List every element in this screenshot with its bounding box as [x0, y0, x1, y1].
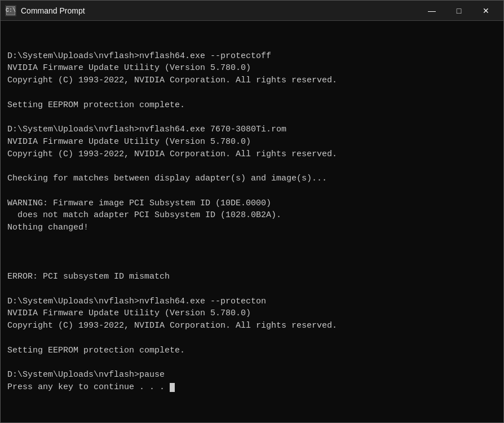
terminal-line: D:\System\Uploads\nvflash>nvflash64.exe …	[7, 50, 497, 63]
terminal-line: D:\System\Uploads\nvflash>nvflash64.exe …	[7, 124, 497, 136]
terminal-line	[7, 185, 497, 197]
terminal-line: NVIDIA Firmware Update Utility (Version …	[7, 62, 497, 74]
terminal-line	[7, 258, 497, 271]
terminal-line: Copyright (C) 1993-2022, NVIDIA Corporat…	[7, 320, 497, 332]
terminal-line: WARNING: Firmware image PCI Subsystem ID…	[7, 197, 497, 210]
terminal-line	[7, 283, 497, 296]
terminal-line: Copyright (C) 1993-2022, NVIDIA Corporat…	[7, 74, 497, 87]
terminal-line: Press any key to continue . . .	[7, 381, 497, 394]
terminal-line	[7, 160, 497, 173]
title-bar: C:\ Command Prompt — □ ✕	[1, 1, 503, 21]
terminal-line: Setting EEPROM protection complete.	[7, 99, 497, 112]
minimize-button[interactable]: —	[419, 2, 445, 20]
terminal-line	[7, 111, 497, 124]
command-prompt-window: C:\ Command Prompt — □ ✕ D:\System\Uploa…	[0, 0, 504, 423]
maximize-button[interactable]: □	[446, 2, 472, 20]
terminal-line: ERROR: PCI subsystem ID mismatch	[7, 271, 497, 283]
window-controls: — □ ✕	[419, 2, 499, 20]
app-icon: C:\	[5, 5, 16, 16]
terminal-line: Setting EEPROM protection complete.	[7, 345, 497, 357]
terminal-line: NVIDIA Firmware Update Utility (Version …	[7, 136, 497, 148]
terminal-line	[7, 246, 497, 259]
terminal-line: NVIDIA Firmware Update Utility (Version …	[7, 307, 497, 320]
terminal-line: D:\System\Uploads\nvflash>nvflash64.exe …	[7, 296, 497, 308]
terminal-line	[7, 234, 497, 246]
terminal-line: does not match adapter PCI Subsystem ID …	[7, 209, 497, 222]
terminal-line	[7, 87, 497, 99]
terminal-line	[7, 356, 497, 369]
terminal-line: Checking for matches between display ada…	[7, 173, 497, 185]
terminal-line: D:\System\Uploads\nvflash>pause	[7, 369, 497, 381]
terminal-line: Nothing changed!	[7, 222, 497, 234]
app-icon-inner: C:\	[6, 6, 15, 15]
terminal-output[interactable]: D:\System\Uploads\nvflash>nvflash64.exe …	[1, 21, 503, 422]
cursor-blink	[170, 383, 175, 392]
terminal-line: Copyright (C) 1993-2022, NVIDIA Corporat…	[7, 148, 497, 161]
terminal-line	[7, 332, 497, 345]
close-button[interactable]: ✕	[473, 2, 499, 20]
window-title: Command Prompt	[21, 6, 419, 15]
